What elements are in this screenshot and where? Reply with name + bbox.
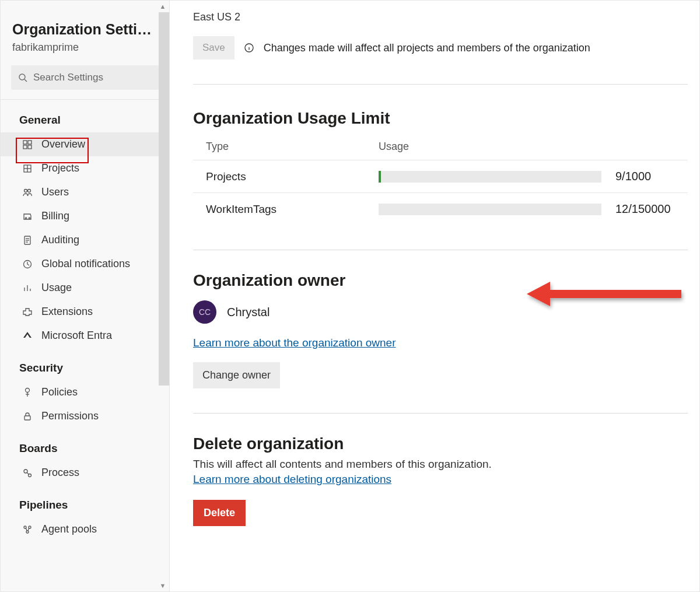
change-owner-button[interactable]: Change owner [193, 362, 280, 388]
divider [193, 250, 688, 250]
sidebar-item-label: Extensions [41, 306, 93, 318]
usage-bar-fill [379, 171, 381, 183]
group-title-general: General [1, 100, 169, 132]
sidebar-item-label: Auditing [41, 234, 79, 246]
sidebar-item-label: Microsoft Entra [41, 330, 112, 342]
sidebar-item-agent-pools[interactable]: Agent pools [1, 517, 169, 541]
policies-icon [22, 387, 33, 398]
notifications-icon [22, 258, 33, 270]
svg-rect-33 [544, 290, 681, 298]
sidebar-subtitle: fabrikamprime [12, 41, 158, 54]
usage-table-header: Type Usage [193, 136, 688, 160]
search-input[interactable] [33, 72, 152, 83]
col-usage: Usage [379, 141, 583, 153]
group-title-boards: Boards [1, 428, 169, 461]
usage-limit-heading: Organization Usage Limit [193, 109, 688, 128]
usage-value: 12/150000 [604, 202, 671, 216]
sidebar-item-label: Projects [41, 162, 79, 174]
col-type: Type [193, 141, 379, 153]
delete-button[interactable]: Delete [193, 500, 246, 526]
sidebar-item-process[interactable]: Process [1, 461, 169, 485]
lock-icon [22, 411, 33, 422]
usage-icon [22, 282, 33, 294]
svg-point-29 [26, 531, 29, 533]
usage-row-projects: Projects 9/1000 [193, 160, 688, 192]
main-panel: East US 2 Save Changes made will affect … [170, 1, 699, 591]
sidebar-item-label: Agent pools [41, 523, 97, 535]
usage-type: WorkItemTags [193, 203, 379, 216]
auditing-icon [22, 234, 33, 246]
users-icon [22, 187, 33, 198]
svg-point-12 [29, 217, 30, 218]
projects-icon [22, 163, 33, 174]
svg-point-23 [26, 388, 30, 392]
sidebar-item-label: Permissions [41, 410, 99, 422]
owner-row: CC Chrystal [193, 300, 688, 324]
overview-icon [22, 139, 33, 150]
usage-type: Projects [193, 170, 379, 183]
sidebar-item-policies[interactable]: Policies [1, 380, 169, 404]
sidebar-item-users[interactable]: Users [1, 180, 169, 204]
sidebar-item-label: Usage [41, 282, 72, 294]
sidebar-item-usage[interactable]: Usage [1, 276, 169, 300]
usage-row-workitemtags: WorkItemTags 12/150000 [193, 192, 688, 225]
usage-bar [379, 171, 601, 183]
delete-description: This will affect all contents and member… [193, 458, 688, 471]
sidebar-item-global-notifications[interactable]: Global notifications [1, 252, 169, 276]
svg-point-28 [29, 526, 31, 528]
sidebar-item-auditing[interactable]: Auditing [1, 228, 169, 252]
process-icon [22, 467, 33, 479]
owner-avatar: CC [193, 300, 216, 324]
usage-value: 9/1000 [604, 170, 651, 183]
sidebar-item-overview[interactable]: Overview [1, 132, 169, 156]
sidebar-item-label: Policies [41, 386, 78, 398]
sidebar-item-permissions[interactable]: Permissions [1, 404, 169, 428]
svg-point-11 [25, 217, 26, 218]
delete-org-heading: Delete organization [193, 435, 688, 453]
save-bar: Save Changes made will affect all projec… [193, 36, 688, 59]
learn-delete-link[interactable]: Learn more about deleting organizations [193, 473, 391, 486]
svg-rect-5 [28, 145, 32, 149]
billing-icon [22, 211, 33, 222]
svg-rect-3 [28, 141, 32, 144]
sidebar-item-label: Users [41, 186, 69, 198]
divider [193, 413, 688, 414]
learn-owner-link[interactable]: Learn more about the organization owner [193, 337, 396, 349]
svg-rect-24 [24, 416, 30, 420]
sidebar-scrollbar-thumb[interactable] [159, 12, 169, 386]
svg-rect-2 [23, 141, 27, 144]
entra-icon [22, 330, 33, 342]
app-frame: ▲ ▼ Organization Settin... fabrikamprime… [0, 0, 700, 592]
save-button[interactable]: Save [193, 36, 235, 59]
svg-point-9 [24, 189, 27, 192]
sidebar-item-projects[interactable]: Projects [1, 156, 169, 180]
svg-rect-4 [23, 145, 27, 149]
sidebar-item-microsoft-entra[interactable]: Microsoft Entra [1, 324, 169, 348]
sidebar: ▲ ▼ Organization Settin... fabrikamprime… [1, 1, 170, 591]
search-settings-box[interactable] [11, 65, 159, 90]
sidebar-item-extensions[interactable]: Extensions [1, 300, 169, 324]
group-title-security: Security [1, 348, 169, 380]
group-title-pipelines: Pipelines [1, 485, 169, 517]
usage-table: Type Usage Projects 9/1000 WorkItemTags … [193, 136, 688, 225]
svg-point-27 [24, 526, 26, 528]
org-owner-heading: Organization owner [193, 271, 688, 290]
sidebar-item-billing[interactable]: Billing [1, 204, 169, 228]
sidebar-item-label: Global notifications [41, 258, 130, 270]
region-value: East US 2 [193, 11, 688, 23]
sidebar-item-label: Billing [41, 210, 69, 222]
sidebar-item-label: Process [41, 467, 79, 479]
sidebar-title: Organization Settin... [12, 21, 158, 38]
svg-point-0 [19, 74, 25, 80]
search-icon [18, 73, 27, 82]
owner-name: Chrystal [227, 306, 270, 319]
scroll-down-icon[interactable]: ▼ [160, 582, 166, 589]
info-icon [244, 43, 254, 53]
agent-pools-icon [22, 524, 33, 535]
scroll-up-icon[interactable]: ▲ [160, 3, 166, 10]
extensions-icon [22, 306, 33, 318]
svg-point-26 [29, 474, 32, 477]
sidebar-item-label: Overview [41, 138, 85, 150]
divider [193, 84, 688, 85]
svg-line-1 [24, 79, 27, 82]
